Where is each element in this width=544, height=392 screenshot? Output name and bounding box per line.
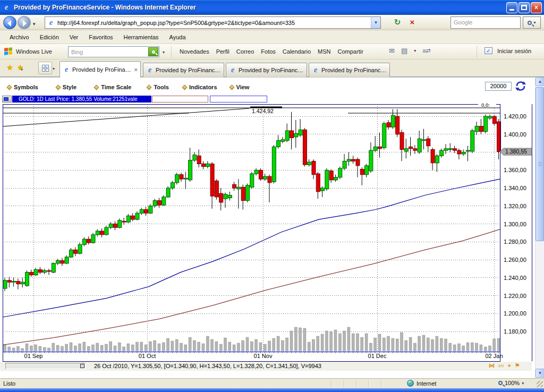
menu-diamond-icon: [94, 84, 99, 90]
svg-text:1.260,00: 1.260,00: [504, 257, 526, 263]
crosshair-readout: 26 Oct /2010, Y=1.305,50, [O=1.340,90, H…: [94, 363, 321, 369]
sign-in-label[interactable]: Iniciar sesión: [497, 48, 531, 54]
mail-icon[interactable]: ✉: [389, 47, 395, 55]
bing-placeholder: Bing: [69, 49, 148, 55]
bing-dropdown-icon[interactable]: ▾: [163, 50, 165, 55]
link-msn[interactable]: MSN: [318, 48, 330, 55]
scroll-down-button[interactable]: ▼: [536, 369, 544, 378]
menu-diamond-icon: [182, 84, 188, 90]
forward-button[interactable]: [18, 16, 31, 29]
maximize-button[interactable]: [518, 2, 530, 13]
bing-search-button[interactable]: [148, 47, 158, 56]
svg-text:01 Oct: 01 Oct: [139, 353, 156, 359]
quick-tabs-button[interactable]: [38, 62, 52, 74]
chart-menu-style[interactable]: Style: [56, 84, 76, 90]
link-perfil[interactable]: Perfil: [216, 48, 230, 55]
crosshair-icon[interactable]: ⋈: [489, 362, 495, 369]
stop-button[interactable]: ×: [406, 16, 419, 29]
menu-ver[interactable]: Ver: [64, 32, 84, 42]
windows-live-toolbar: Windows Live Bing ▾ Novedades Perfil Cor…: [0, 44, 544, 59]
svg-text:1.320,00: 1.320,00: [504, 203, 526, 209]
link-fotos[interactable]: Fotos: [261, 48, 276, 55]
chart-menu-indicators[interactable]: Indicators: [183, 84, 217, 90]
chart-menu-timescale[interactable]: Time Scale: [95, 84, 131, 90]
menu-archivo[interactable]: Archivo: [4, 32, 35, 42]
url-text[interactable]: http://j64.forexpf.ru/delta/graph_popup.…: [57, 20, 380, 26]
history-dropdown-icon[interactable]: ▾: [33, 21, 36, 27]
scroll-up-button[interactable]: ▲: [536, 77, 544, 86]
menu-diamond-icon: [147, 84, 152, 90]
minimize-button[interactable]: [506, 2, 517, 13]
favorites-star-icon[interactable]: ★: [3, 62, 16, 74]
chart-menu-tools[interactable]: Tools: [147, 84, 169, 90]
translate-icon[interactable]: a⇄: [422, 47, 430, 54]
link-novedades[interactable]: Novedades: [180, 48, 209, 55]
price-chart[interactable]: 1.420,001.400,001.380,001.360,001.340,00…: [0, 102, 535, 363]
flag-icon[interactable]: ⚑: [515, 362, 520, 369]
chart-scroll-slider[interactable]: [5, 363, 86, 369]
address-dropdown-icon[interactable]: ▾: [371, 17, 380, 28]
link-calendario[interactable]: Calendario: [283, 48, 311, 55]
add-favorite-icon[interactable]: ★: [17, 63, 24, 72]
web-search-button[interactable]: ▾: [523, 16, 541, 29]
tab-label: Provided by ProFinanceSer...: [239, 67, 304, 73]
sign-in-group[interactable]: ✓ Iniciar sesión: [484, 47, 531, 54]
search-options-icon[interactable]: ▾: [533, 20, 536, 25]
tab-4[interactable]: e Provided by ProFinanceSer...: [309, 63, 390, 77]
status-message: Listo: [3, 380, 15, 387]
svg-text:1.180,00: 1.180,00: [504, 328, 526, 335]
back-button[interactable]: [3, 16, 16, 29]
zoom-dropdown-icon[interactable]: ▾: [522, 381, 524, 386]
bing-search-input[interactable]: Bing: [68, 46, 159, 57]
close-button[interactable]: ×: [531, 2, 542, 13]
svg-text:1.280,00: 1.280,00: [504, 238, 526, 245]
svg-text:1.300,00: 1.300,00: [504, 221, 526, 227]
browser-window: e Provided by ProFinanceService - Window…: [0, 0, 544, 392]
scrollbar-thumb[interactable]: [536, 87, 544, 241]
zoom-control[interactable]: 100% ▾: [498, 380, 524, 386]
tab-3[interactable]: e Provided by ProFinanceSer...: [226, 63, 307, 77]
amount-input[interactable]: 20000: [485, 82, 512, 91]
svg-text:02 Jan: 02 Jan: [485, 353, 503, 359]
list-icon[interactable]: ▤: [401, 47, 407, 55]
address-bar[interactable]: e http://j64.forexpf.ru/delta/graph_popu…: [45, 16, 381, 29]
tab-icon: e: [63, 65, 70, 74]
menu-diamond-icon: [229, 84, 234, 90]
vertical-scrollbar[interactable]: ▲ ▼: [535, 77, 544, 378]
menu-diamond-icon: [7, 84, 12, 90]
resize-grip[interactable]: [537, 381, 543, 387]
svg-text:1.420,00: 1.420,00: [504, 113, 526, 120]
bing-search-icon: [152, 50, 155, 54]
zoom-level: 100%: [505, 380, 520, 386]
page-icon: e: [47, 19, 55, 27]
chart-menu-view[interactable]: View: [230, 84, 250, 90]
separator: [171, 46, 172, 57]
link-correo[interactable]: Correo: [236, 48, 254, 55]
slider-thumb[interactable]: [80, 364, 84, 368]
ie-logo-icon: e: [2, 3, 11, 12]
menu-herramientas[interactable]: Herramientas: [118, 32, 164, 42]
menu-edicion[interactable]: Edición: [35, 32, 64, 42]
tab-1[interactable]: e Provided by ProFinance... ×: [60, 61, 141, 78]
chart-menu-symbols[interactable]: Symbols: [7, 84, 38, 90]
link-compartir[interactable]: Compartir: [338, 48, 363, 55]
tab-label: Provided by ProFinance...: [72, 66, 132, 73]
list-dropdown-icon[interactable]: ▾: [414, 48, 416, 53]
refresh-button[interactable]: ↻: [391, 16, 404, 29]
svg-text:1.400,00: 1.400,00: [504, 131, 526, 138]
minimize-panel-icon[interactable]: ▭: [498, 362, 504, 369]
menu-favoritos[interactable]: Favoritos: [83, 32, 118, 42]
web-search-input[interactable]: Google: [450, 16, 521, 29]
svg-text:1.360,00: 1.360,00: [504, 167, 526, 173]
chart-info-bar: 26 Oct /2010, Y=1.305,50, [O=1.340,90, H…: [0, 362, 532, 371]
menu-diamond-icon: [55, 84, 61, 90]
zoom-in-icon[interactable]: +: [507, 362, 511, 369]
tab-close-icon[interactable]: ×: [134, 66, 138, 73]
chart-refresh-icon[interactable]: [515, 80, 526, 92]
menu-ayuda[interactable]: Ayuda: [164, 32, 191, 42]
live-toolbar-icons: ✉ ▤ ▾ a⇄: [389, 47, 431, 55]
chart-toolbar: Symbols Style Time Scale Tools Indicator…: [0, 80, 535, 94]
tab-icon: e: [312, 66, 319, 74]
quick-tabs-dropdown-icon[interactable]: ▾: [53, 66, 55, 71]
tab-2[interactable]: e Provided by ProFinanceSer...: [143, 63, 224, 77]
